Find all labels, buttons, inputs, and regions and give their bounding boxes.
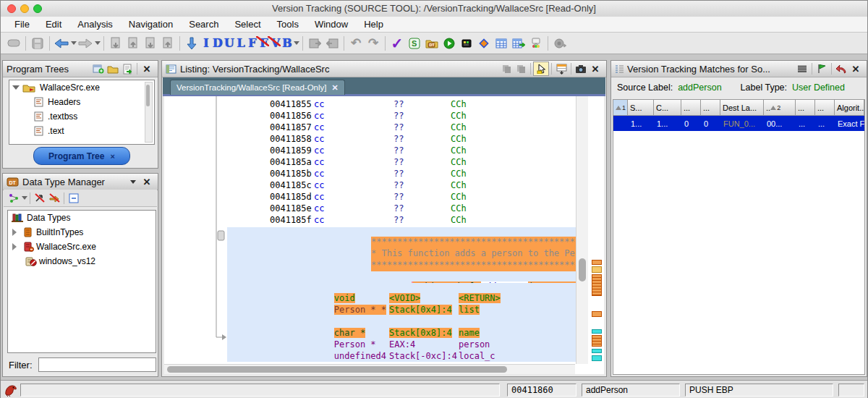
vt-match-row[interactable]: 1... 1... 0 0 FUN_0... 00... ... ... Exa… [613,116,864,131]
menu-lines-icon[interactable] [795,62,809,75]
menu-file[interactable]: File [7,17,38,31]
expand-icon[interactable] [12,229,17,236]
change-marker[interactable] [592,335,602,347]
menu-tools[interactable]: Tools [269,17,307,31]
column-header-sort1[interactable]: 1 [613,100,628,115]
code-row[interactable]: 0041185acc??CCh [270,157,574,169]
doc-checkout-icon[interactable] [107,35,124,52]
close-tab-icon[interactable] [327,83,339,93]
disable-pointer-icon[interactable] [47,192,61,205]
menu-edit[interactable]: Edit [38,17,69,31]
menu-window[interactable]: Window [307,17,356,31]
menu-help[interactable]: Help [356,17,391,31]
duplicate-icon[interactable] [514,62,528,75]
tree-item-wallacesrc-types[interactable]: WallaceSrc.exe [8,240,156,254]
add-label-icon[interactable]: L [235,35,247,52]
code-row[interactable]: 00411855cc??CCh [270,99,574,111]
memory-map-icon[interactable] [458,35,475,52]
function-signature[interactable]: void __cdecl addPerson(Person * * list, … [370,271,577,283]
collapse-icon[interactable] [12,85,20,90]
table-icon[interactable] [493,35,510,52]
new-tree-icon[interactable] [91,62,106,75]
code-row[interactable]: 00411858cc??CCh [270,134,574,145]
plate-comment-text[interactable]: * This function adds a person to the Per… [371,248,577,260]
menu-navigation[interactable]: Navigation [121,17,181,31]
mark-data-icon[interactable]: D [212,35,224,52]
menu-analysis[interactable]: Analysis [69,17,120,31]
column-header-8[interactable]: ... [815,100,835,115]
nav-forward-icon[interactable] [77,35,94,52]
tree-item-windows-vs12[interactable]: windows_vs12 [8,254,156,268]
code-row[interactable]: 00411856cc??CCh [270,111,574,122]
close-panel-icon[interactable] [140,62,154,75]
change-marker[interactable] [592,311,602,317]
tree-scrollbar[interactable] [145,82,153,143]
disable-filter-arrow-icon[interactable] [33,192,47,205]
nav-back-menu-icon[interactable] [71,41,77,45]
menu-select[interactable]: Select [226,17,268,31]
listing-vertical-scrollbar[interactable] [576,96,588,364]
change-marker[interactable] [592,349,602,353]
edit-bookmark-icon[interactable]: B [281,35,293,52]
tree-item-text[interactable]: .text [9,124,154,138]
collapse-all-icon[interactable] [67,192,81,205]
data-type-manager-icon[interactable]: DT [423,35,441,52]
column-header-confidence[interactable]: C... [654,100,681,115]
column-header-algorithm[interactable]: Algorit... [835,100,864,115]
disassemble-down-icon[interactable] [183,35,200,52]
diamond-icon[interactable] [475,35,493,52]
column-header-dest-label[interactable]: Dest La... [720,100,764,115]
column-header-sort2[interactable]: ..2 [764,100,796,115]
bookmark-menu-icon[interactable] [294,41,299,45]
listing-horizontal-scrollbar[interactable] [164,364,575,374]
undo-icon[interactable]: ↶ [347,35,365,52]
flag-icon[interactable] [814,62,829,75]
tree-item-headers[interactable]: Headers [9,95,154,109]
nav-forward-menu-icon[interactable] [95,41,101,45]
snapshot-icon[interactable] [574,62,588,75]
listing-tab[interactable]: VersionTracking/WallaceSrc [Read-Only] [170,80,345,95]
validate-check-icon[interactable]: ✓ [388,35,406,52]
menu-search[interactable]: Search [181,17,226,31]
doc-update-icon[interactable] [142,35,159,52]
close-panel-icon[interactable] [140,175,154,188]
change-marker[interactable] [592,266,602,273]
field-format-icon[interactable] [554,62,569,75]
close-panel-icon[interactable] [588,62,603,75]
memory-out-icon[interactable] [323,35,341,52]
code-row[interactable]: 00411859cc??CCh [270,145,574,157]
layout-icon[interactable] [7,192,21,205]
delete-variable-icon[interactable]: V [270,35,281,52]
snapshot-camera-icon[interactable] [551,35,569,52]
tree-item-textbss[interactable]: .textbss [9,109,154,124]
mark-instruction-icon[interactable]: I [200,35,212,52]
change-marker[interactable] [592,329,602,334]
change-marker[interactable] [592,274,602,296]
capsule-icon[interactable] [5,35,22,52]
nav-back-icon[interactable] [53,35,70,52]
expand-icon[interactable] [12,243,17,250]
layout-menu-icon[interactable] [22,196,27,200]
redo-icon[interactable]: ↷ [365,35,382,52]
cursor-location-toggle-icon[interactable] [533,62,549,76]
call-graph-icon[interactable] [527,35,545,52]
plate-comment-border[interactable]: ****************************************… [371,237,577,248]
memory-in-icon[interactable] [306,35,323,52]
column-header-3[interactable]: ... [681,100,701,115]
doc-checkin-icon[interactable] [124,35,142,52]
filter-input[interactable] [38,357,156,372]
save-icon[interactable] [29,35,46,52]
doc-commit-icon[interactable] [159,35,176,52]
panel-menu-icon[interactable] [125,175,140,188]
code-row[interactable]: 00411857cc??CCh [270,122,574,134]
tree-item-builtintypes[interactable]: BuiltInTypes [8,225,156,240]
close-tab-icon[interactable]: × [110,152,114,161]
column-header-score[interactable]: S... [628,100,654,115]
column-header-4[interactable]: ... [701,100,720,115]
code-row[interactable]: 0041185fcc??CCh [270,215,574,226]
tree-item-wallacesrc[interactable]: WallaceSrc.exe [9,80,154,95]
run-icon[interactable] [441,35,458,52]
code-row[interactable]: 0041185ecc??CCh [270,203,574,215]
open-folder-icon[interactable] [106,62,120,75]
code-row[interactable]: 0041185bcc??CCh [270,169,574,180]
